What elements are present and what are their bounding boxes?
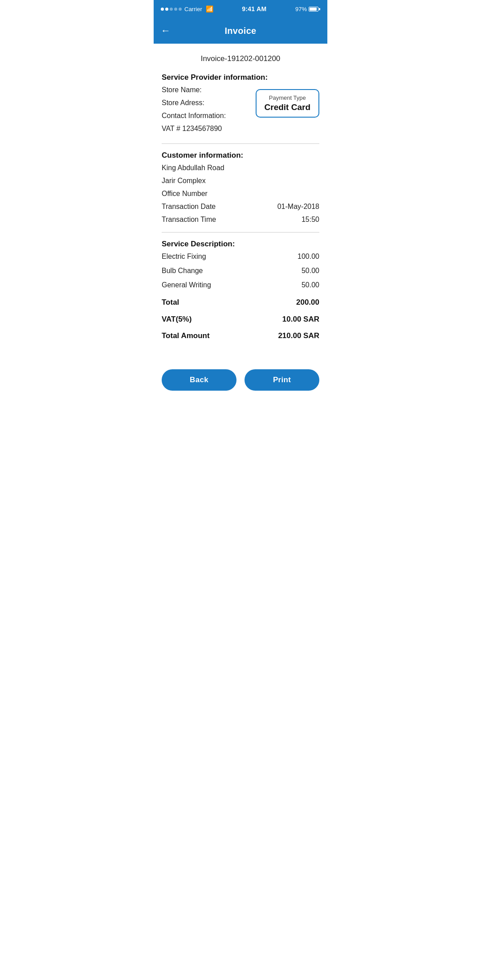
transaction-time-label: Transaction Time [162,214,216,225]
header: ← Invoice [154,18,327,44]
status-bar: Carrier 📶 9:41 AM 97% [154,0,327,18]
services-section: Service Description: Electric Fixing 100… [162,240,319,290]
service-item: General Writing 50.00 [162,280,319,290]
battery-icon [309,7,320,12]
store-name-row: Store Name: [162,85,251,95]
time-label: 9:41 AM [242,5,266,12]
provider-section: Service Provider information: Store Name… [162,73,319,136]
services-section-title: Service Description: [162,240,319,249]
transaction-date-value: 01-May-2018 [277,201,319,212]
total-amount-row: Total Amount 210.00 SAR [162,330,319,342]
service-item: Bulb Change 50.00 [162,265,319,276]
carrier-label: Carrier [184,6,202,12]
page-title: Invoice [224,26,256,36]
wifi-icon: 📶 [206,5,213,12]
vat-value: 10.00 SAR [282,314,319,325]
back-arrow-icon[interactable]: ← [161,26,171,36]
vat-row: VAT(5%) 10.00 SAR [162,314,319,325]
payment-type-value: Credit Card [265,102,310,112]
provider-section-title: Service Provider information: [162,73,319,82]
back-button[interactable]: Back [162,369,236,391]
total-value: 200.00 [296,297,319,308]
transaction-date-label: Transaction Date [162,201,216,212]
service-amount: 50.00 [302,280,319,290]
transaction-time-value: 15:50 [302,214,319,225]
bottom-buttons: Back Print [154,356,327,404]
customer-section-title: Customer information: [162,151,319,160]
total-label: Total [162,297,179,308]
divider-2 [162,232,319,233]
battery-percent: 97% [295,6,307,12]
transaction-time-row: Transaction Time 15:50 [162,214,319,225]
transaction-date-row: Transaction Date 01-May-2018 [162,201,319,212]
payment-type-label: Payment Type [265,94,310,101]
divider-1 [162,143,319,144]
customer-section: Customer information: King Abdullah Road… [162,151,319,225]
service-amount: 100.00 [298,251,319,262]
provider-layout: Store Name: Store Adress: Contact Inform… [162,85,319,136]
payment-type-box: Payment Type Credit Card [256,89,319,118]
status-left: Carrier 📶 [161,5,213,12]
contact-info-row: Contact Information: [162,110,251,121]
service-amount: 50.00 [302,265,319,276]
vat-row: VAT # 1234567890 [162,123,251,134]
store-address-row: Store Adress: [162,98,251,108]
vat-label: VAT(5%) [162,314,192,325]
customer-office: Office Number [162,188,319,199]
total-row: Total 200.00 [162,297,319,308]
invoice-content: Invoice-191202-001200 Service Provider i… [154,44,327,356]
signal-icon [161,8,182,11]
customer-address1: King Abdullah Road [162,163,319,173]
service-name: Bulb Change [162,265,203,276]
service-name: General Writing [162,280,211,290]
service-item: Electric Fixing 100.00 [162,251,319,262]
customer-address2: Jarir Complex [162,176,319,186]
status-right: 97% [295,6,320,12]
service-name: Electric Fixing [162,251,206,262]
print-button[interactable]: Print [245,369,319,391]
provider-info: Store Name: Store Adress: Contact Inform… [162,85,251,136]
service-items: Electric Fixing 100.00 Bulb Change 50.00… [162,251,319,290]
total-amount-value: 210.00 SAR [278,330,319,342]
invoice-number: Invoice-191202-001200 [162,54,319,63]
total-amount-label: Total Amount [162,330,210,342]
totals-section: Total 200.00 VAT(5%) 10.00 SAR Total Amo… [162,297,319,342]
